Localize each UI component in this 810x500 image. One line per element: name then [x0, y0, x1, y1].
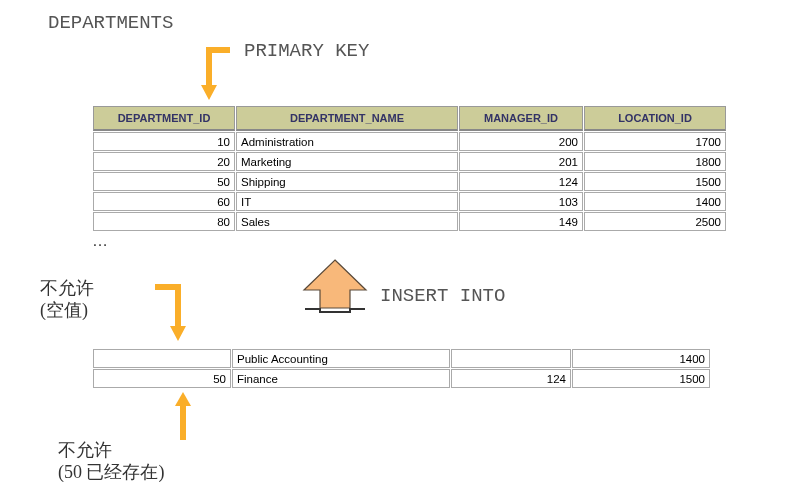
cell: IT [236, 192, 458, 211]
not-allowed-dup-label: 不允许 (50 已经存在) [58, 440, 165, 483]
cell: 200 [459, 132, 583, 151]
cell: Administration [236, 132, 458, 151]
cell: 124 [459, 172, 583, 191]
label-line2: (空值) [40, 300, 88, 320]
svg-marker-0 [201, 85, 217, 100]
cell: 103 [459, 192, 583, 211]
col-department-id: DEPARTMENT_ID [93, 106, 235, 131]
col-department-name: DEPARTMENT_NAME [236, 106, 458, 131]
cell: 50 [93, 369, 231, 388]
svg-marker-2 [170, 326, 186, 341]
cell: 1500 [584, 172, 726, 191]
label-line1: 不允许 [58, 440, 112, 460]
cell: Public Accounting [232, 349, 450, 368]
cell: 20 [93, 152, 235, 171]
ellipsis: … [92, 232, 110, 250]
col-manager-id: MANAGER_ID [459, 106, 583, 131]
cell: 124 [451, 369, 571, 388]
cell: 50 [93, 172, 235, 191]
insert-into-arrow-icon [300, 258, 370, 318]
cell: Shipping [236, 172, 458, 191]
primary-key-arrow-icon [195, 45, 237, 107]
cell: 1500 [572, 369, 710, 388]
cell: 10 [93, 132, 235, 151]
cell: 149 [459, 212, 583, 231]
cell: 1400 [584, 192, 726, 211]
table-row: Public Accounting 1400 [93, 349, 710, 368]
cell [93, 349, 231, 368]
table-row: 10 Administration 200 1700 [93, 132, 726, 151]
not-allowed-null-label: 不允许 (空值) [40, 278, 94, 321]
cell [451, 349, 571, 368]
cell: 1700 [584, 132, 726, 151]
insert-into-label: INSERT INTO [380, 285, 505, 307]
departments-table: DEPARTMENT_ID DEPARTMENT_NAME MANAGER_ID… [92, 105, 727, 232]
table-header-row: DEPARTMENT_ID DEPARTMENT_NAME MANAGER_ID… [93, 106, 726, 131]
table-row: 50 Shipping 124 1500 [93, 172, 726, 191]
primary-key-label: PRIMARY KEY [244, 40, 369, 62]
table-row: 50 Finance 124 1500 [93, 369, 710, 388]
cell: Sales [236, 212, 458, 231]
cell: 1800 [584, 152, 726, 171]
table-row: 60 IT 103 1400 [93, 192, 726, 211]
table-row: 80 Sales 149 2500 [93, 212, 726, 231]
null-arrow-icon [150, 281, 202, 351]
cell: 60 [93, 192, 235, 211]
insert-rows-table: Public Accounting 1400 50 Finance 124 15… [92, 348, 711, 389]
cell: 80 [93, 212, 235, 231]
col-location-id: LOCATION_ID [584, 106, 726, 131]
cell: 1400 [572, 349, 710, 368]
svg-marker-1 [304, 260, 366, 308]
departments-title: DEPARTMENTS [48, 12, 173, 34]
table-row: 20 Marketing 201 1800 [93, 152, 726, 171]
cell: 2500 [584, 212, 726, 231]
label-line2: (50 已经存在) [58, 462, 165, 482]
dup-arrow-icon [168, 392, 198, 442]
svg-marker-3 [175, 392, 191, 406]
cell: Marketing [236, 152, 458, 171]
label-line1: 不允许 [40, 278, 94, 298]
cell: Finance [232, 369, 450, 388]
cell: 201 [459, 152, 583, 171]
